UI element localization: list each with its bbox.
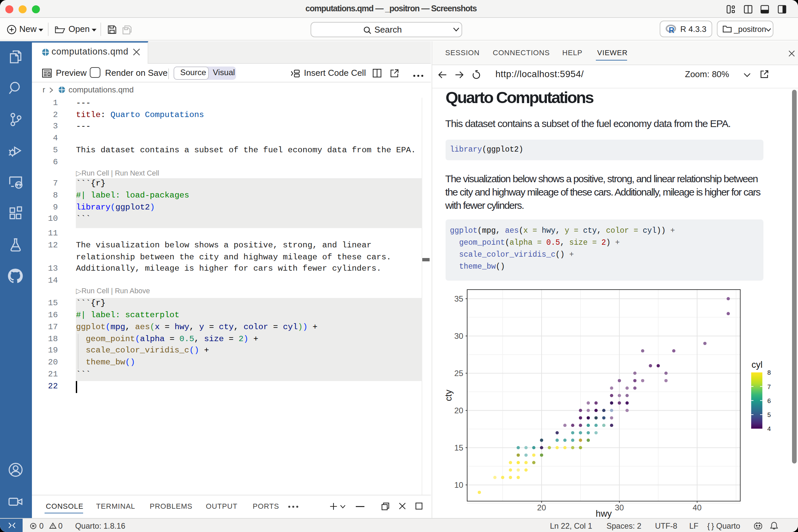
svg-text:20: 20 (454, 406, 463, 415)
svg-text:25: 25 (454, 369, 463, 378)
svg-text:30: 30 (454, 331, 463, 341)
svg-text:7: 7 (767, 383, 771, 391)
svg-text:cty: cty (443, 390, 454, 401)
svg-text:hwy: hwy (596, 508, 612, 519)
svg-text:15: 15 (454, 443, 463, 452)
svg-text:4: 4 (767, 425, 771, 432)
svg-text:30: 30 (615, 503, 624, 512)
svg-text:40: 40 (692, 503, 702, 512)
svg-text:20: 20 (537, 503, 546, 512)
svg-text:8: 8 (767, 369, 771, 376)
svg-text:6: 6 (767, 397, 771, 404)
svg-text:10: 10 (454, 480, 463, 490)
svg-text:cyl: cyl (752, 360, 762, 370)
svg-text:5: 5 (767, 411, 771, 418)
svg-text:35: 35 (454, 294, 463, 303)
